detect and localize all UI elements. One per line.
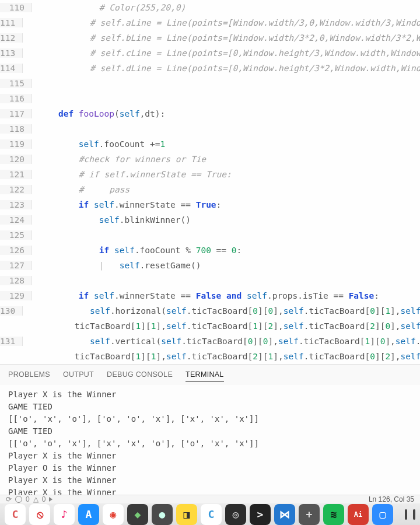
code-content[interactable]: self.blinkWinner() [32, 215, 191, 225]
terminal-line: [['o', 'o', 'x'], ['x', 'x', 'o'], ['o',… [8, 438, 412, 450]
line-number: 118 [0, 124, 32, 134]
terminal-line: GAME TIED [8, 425, 412, 438]
blocked-icon[interactable]: ⦸ [29, 504, 50, 525]
code-content[interactable]: self.fooCount +=1 [32, 139, 165, 149]
line-number: 111 [0, 18, 23, 27]
line-number: 127 [0, 261, 32, 270]
code-line[interactable]: ticTacBoard[1][1],self.ticTacBoard[2][1]… [0, 349, 420, 364]
code-line[interactable]: 118 [0, 121, 420, 136]
code-content[interactable]: if self.fooCount % 700 == 0: [32, 246, 242, 255]
code-content[interactable]: | self.resetGame() [32, 261, 201, 270]
shield-icon[interactable]: ◆ [127, 504, 148, 525]
line-number: 110 [0, 3, 32, 12]
code-content[interactable]: # self.cLine = Line(points=[0,Window.hei… [23, 48, 420, 58]
code-content[interactable]: def fooLoop(self,dt): [32, 109, 165, 118]
appstore-icon[interactable]: A [78, 504, 99, 525]
code-line[interactable]: 129 if self.winnerState == False and sel… [0, 288, 420, 303]
code-line[interactable]: 113 # self.cLine = Line(points=[0,Window… [0, 46, 420, 61]
line-number: 122 [0, 185, 32, 194]
terminal-line: Player X is the Winner [8, 388, 412, 401]
panel-tabs: PROBLEMSOUTPUTDEBUG CONSOLETERMINAL [0, 364, 420, 385]
adobe-icon[interactable]: Ai [348, 504, 369, 525]
code-line[interactable]: 130 self.horizonal(self.ticTacBoard[0][0… [0, 303, 420, 318]
code-content[interactable]: # Color(255,20,0) [32, 3, 186, 12]
code-content[interactable]: self.vertical(self.ticTacBoard[0][0],sel… [23, 337, 420, 346]
code-line[interactable]: 121 # if self.winnerState == True: [0, 167, 420, 182]
code-line[interactable]: 110 # Color(255,20,0) [0, 0, 420, 15]
warning-count: 0 [42, 495, 46, 503]
globe-icon[interactable]: ● [152, 504, 173, 525]
terminal-icon[interactable]: > [250, 504, 271, 525]
terminal-line: Player X is the Winner [8, 474, 412, 487]
code-content[interactable]: self.horizonal(self.ticTacBoard[0][0],se… [23, 306, 420, 316]
line-number: 116 [0, 94, 32, 103]
line-number: 126 [0, 246, 32, 255]
line-number: 124 [0, 215, 32, 225]
code-content[interactable]: # self.aLine = Line(points=[Window.width… [23, 18, 420, 27]
terminal-panel[interactable]: Player X is the WinnerGAME TIED[['o', 'x… [0, 385, 420, 495]
zoom-icon[interactable]: ▢ [372, 504, 393, 525]
line-number: 121 [0, 170, 32, 179]
terminal-line: [['o', 'x', 'o'], ['o', 'o', 'x'], ['x',… [8, 413, 412, 425]
errors-icon[interactable] [15, 496, 22, 503]
code-content[interactable]: #check for winners or Tie [32, 155, 206, 164]
code-line[interactable]: 123 if self.winnerState == True: [0, 197, 420, 212]
line-number: 112 [0, 33, 23, 43]
music-icon[interactable]: ♪ [54, 504, 75, 525]
code-line[interactable]: 128 [0, 273, 420, 288]
logo-icon[interactable]: C [5, 504, 26, 525]
c-icon[interactable]: C [201, 504, 222, 525]
code-content[interactable]: # if self.winnerState == True: [32, 170, 232, 179]
dock-widget [413, 509, 415, 520]
panel-tab-output[interactable]: OUTPUT [63, 368, 94, 382]
line-number: 130 [0, 306, 23, 316]
code-content[interactable]: # pass [32, 185, 130, 194]
code-line[interactable]: 131 self.vertical(self.ticTacBoard[0][0]… [0, 334, 420, 349]
vscode-icon[interactable]: ⋈ [274, 504, 295, 525]
chrome-icon[interactable]: ◉ [103, 504, 124, 525]
line-number: 115 [0, 79, 32, 88]
code-content[interactable]: # self.dLine = Line(points=[0,Window.hei… [23, 64, 420, 73]
dock-widget [405, 509, 407, 520]
code-line[interactable]: 117 def fooLoop(self,dt): [0, 106, 420, 121]
code-line[interactable]: 120 #check for winners or Tie [0, 152, 420, 167]
code-line[interactable]: 119 self.fooCount +=1 [0, 136, 420, 152]
cursor-position[interactable]: Ln 126, Col 35 [369, 495, 414, 503]
code-line[interactable]: 127 | self.resetGame() [0, 258, 420, 273]
code-content[interactable]: ticTacBoard[1][1],self.ticTacBoard[1][2]… [8, 321, 420, 331]
code-line[interactable]: 114 # self.dLine = Line(points=[0,Window… [0, 61, 420, 76]
terminal-line: GAME TIED [8, 401, 412, 413]
code-line[interactable]: 115 [0, 76, 420, 91]
plus-icon[interactable]: + [299, 504, 320, 525]
spotify-icon[interactable]: ≋ [323, 504, 344, 525]
line-number: 131 [0, 337, 23, 346]
obs-icon[interactable]: ◎ [225, 504, 246, 525]
code-line[interactable]: 122 # pass [0, 182, 420, 197]
line-number: 113 [0, 48, 23, 58]
panel-tab-problems[interactable]: PROBLEMS [8, 368, 50, 382]
code-line[interactable]: 111 # self.aLine = Line(points=[Window.w… [0, 15, 420, 30]
line-number: 129 [0, 291, 32, 300]
code-line[interactable]: 112 # self.bLine = Line(points=[Window.w… [0, 30, 420, 46]
code-editor[interactable]: 110 # Color(255,20,0)111 # self.aLine = … [0, 0, 420, 364]
panel-tab-terminal[interactable]: TERMINAL [186, 368, 224, 382]
warning-icon[interactable]: △ [33, 495, 38, 503]
box-icon[interactable]: ◨ [176, 504, 197, 525]
code-line[interactable]: 116 [0, 91, 420, 106]
code-content[interactable]: # self.bLine = Line(points=[Window.width… [23, 33, 420, 43]
macos-dock: C⦸♪A◉◆●◨C◎>⋈+≋Ai▢ [0, 503, 420, 525]
status-left[interactable]: ⟳ 0 △ 0 [6, 495, 52, 503]
line-number: 120 [0, 155, 32, 164]
code-line[interactable]: 125 [0, 228, 420, 243]
panel-tab-debug-console[interactable]: DEBUG CONSOLE [107, 368, 173, 382]
sync-icon[interactable]: ⟳ [6, 495, 12, 503]
code-content[interactable]: if self.winnerState == True: [32, 200, 221, 209]
code-line[interactable]: 124 self.blinkWinner() [0, 212, 420, 228]
line-number: 117 [0, 109, 32, 118]
code-content[interactable]: if self.winnerState == False and self.pr… [32, 291, 379, 300]
code-content[interactable]: ticTacBoard[1][1],self.ticTacBoard[2][1]… [8, 352, 420, 361]
run-icon[interactable] [49, 497, 52, 502]
terminal-line: Player X is the Winner [8, 487, 412, 495]
code-line[interactable]: 126 if self.fooCount % 700 == 0: [0, 243, 420, 258]
code-line[interactable]: ticTacBoard[1][1],self.ticTacBoard[1][2]… [0, 318, 420, 334]
